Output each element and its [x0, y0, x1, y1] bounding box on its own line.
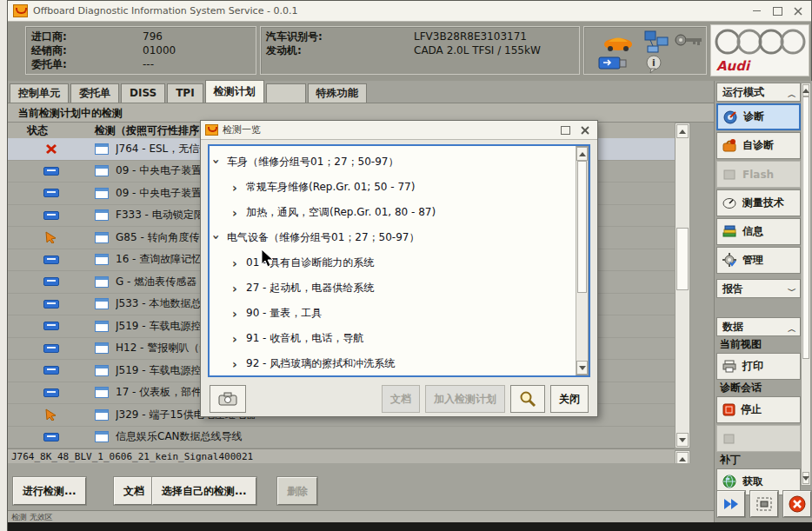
scrollbar-thumb[interactable]	[577, 161, 587, 293]
test-window-icon	[95, 365, 109, 376]
order-value: ---	[143, 57, 154, 71]
test-window-icon	[95, 298, 109, 309]
chevron-right-icon[interactable]	[232, 332, 241, 346]
test-window-icon	[95, 321, 109, 332]
exit-button[interactable]	[783, 491, 811, 517]
tree-item-general-body-repair[interactable]: 常规车身维修(Rep.Gr. 01; 50 - 77)	[213, 175, 573, 200]
minimize-icon[interactable]	[749, 4, 764, 18]
chevron-down-icon[interactable]	[213, 235, 223, 243]
dealer-label: 经销商:	[31, 43, 136, 57]
scroll-down-icon[interactable]	[802, 472, 809, 484]
sidebar-scrollbar[interactable]	[801, 83, 811, 486]
stop-button[interactable]: 停止	[716, 396, 801, 423]
chevron-right-icon[interactable]	[232, 181, 241, 195]
mode-diagnosis-button[interactable]: 诊断	[716, 103, 801, 130]
diagnosis-icon	[723, 110, 738, 124]
key-icon	[675, 32, 704, 48]
scroll-up-icon[interactable]	[676, 124, 689, 138]
dialog-documents-button: 文档	[382, 385, 420, 413]
tree-item-electrical[interactable]: 电气设备（维修分组号01；27；50-97）	[213, 225, 573, 250]
dialog-close-icon[interactable]	[577, 123, 593, 137]
scrollbar-thumb[interactable]	[802, 96, 809, 359]
connection-status-panel: i	[583, 26, 707, 75]
scrollbar-thumb[interactable]	[676, 228, 689, 290]
chevron-right-icon[interactable]	[232, 282, 241, 295]
mode-self-diagnosis-button[interactable]: 自诊断	[716, 132, 801, 159]
test-window-icon	[95, 409, 109, 421]
reports-section-header[interactable]: 报告 ﹀	[716, 279, 801, 298]
search-button[interactable]	[510, 385, 545, 413]
tree-item-90-gauges[interactable]: 90 - 量表，工具	[213, 301, 573, 326]
collapse-up-icon[interactable]: ︿	[788, 321, 796, 338]
stop-icon	[722, 403, 735, 416]
scroll-down-icon[interactable]	[676, 433, 689, 447]
run-test-button[interactable]: 进行检测...	[13, 477, 86, 505]
chevron-right-icon[interactable]	[232, 357, 241, 371]
dialog-maximize-icon[interactable]	[557, 123, 573, 137]
status-pending-icon	[43, 256, 59, 264]
selected-test-id: J764_8K_48_BLV_1_0606_21_kein_Signal4000…	[8, 448, 675, 463]
tab-tpi[interactable]: TPI	[167, 83, 203, 103]
scroll-up-icon[interactable]	[576, 147, 588, 161]
scroll-down-icon[interactable]	[576, 361, 588, 375]
chevron-right-icon[interactable]	[232, 206, 241, 220]
screenshot-button[interactable]	[750, 491, 778, 517]
tree-item-91-radio[interactable]: 91 - 收音机，电话，导航	[213, 326, 573, 351]
dialog-title-bar[interactable]: 检测一览	[201, 121, 597, 140]
documents-button[interactable]: 文档	[114, 477, 154, 505]
print-button[interactable]: 打印	[716, 353, 801, 380]
mode-information-button[interactable]: 信息	[716, 218, 801, 245]
mouse-cursor	[261, 249, 276, 269]
tab-control-units[interactable]: 控制单元	[10, 83, 69, 103]
dialog-close-button[interactable]: 关闭	[550, 385, 589, 413]
select-own-test-button[interactable]: 选择自己的检测...	[152, 477, 256, 505]
tab-bar: 控制单元 委托单 DISS TPI 检测计划 特殊功能	[8, 81, 714, 103]
expand-down-icon[interactable]: ﹀	[788, 282, 796, 300]
status-pending-icon	[43, 211, 59, 220]
status-pending-icon	[43, 277, 59, 286]
chevron-right-icon[interactable]	[232, 307, 241, 321]
flash-icon	[722, 167, 737, 182]
tab-test-plan[interactable]: 检测计划	[205, 80, 264, 103]
current-view-label: 当前视图	[715, 338, 801, 351]
network-connection-icon	[643, 30, 669, 53]
tab-diss[interactable]: DISS	[121, 83, 165, 103]
modes-section-header[interactable]: 运行模式 ︿	[716, 83, 801, 102]
mode-flash-button: Flash	[716, 161, 801, 188]
mode-admin-button[interactable]: 管理	[716, 247, 801, 274]
tab-special-functions[interactable]: 特殊功能	[308, 83, 367, 103]
patch-label: 补丁	[715, 454, 801, 467]
camera-button[interactable]	[210, 385, 246, 413]
camera-icon	[218, 392, 237, 406]
bottom-action-bar: 进行检测... 文档 选择自己的检测... 删除	[8, 463, 714, 510]
test-window-icon	[95, 143, 109, 155]
maximize-icon[interactable]	[769, 4, 785, 18]
collapse-up-icon[interactable]: ︿	[788, 86, 796, 103]
status-pending-icon	[43, 344, 59, 353]
chevron-right-icon[interactable]	[232, 256, 241, 270]
table-row[interactable]: 信息娱乐CAN数据总线导线	[8, 427, 675, 449]
audi-wordmark: Audi	[716, 58, 749, 74]
tab-blank[interactable]	[266, 83, 306, 103]
list-scrollbar[interactable]	[675, 123, 690, 448]
magnifier-icon	[519, 390, 536, 408]
data-section-header[interactable]: 数据 ︿	[716, 317, 801, 336]
scroll-up-icon[interactable]	[802, 84, 809, 96]
mode-measurement-button[interactable]: 测量技术	[716, 189, 801, 216]
test-window-icon	[95, 188, 109, 199]
dealer-value: 01000	[143, 43, 176, 57]
fast-forward-button[interactable]	[717, 491, 745, 517]
tree-scrollbar[interactable]	[576, 146, 589, 375]
tree-item-hvac[interactable]: 加热，通风，空调(Rep.Gr. 01, 80 - 87)	[213, 200, 573, 225]
status-pending-icon	[43, 322, 59, 330]
tab-order[interactable]: 委托单	[70, 83, 119, 103]
status-bar: 检测 无效区	[8, 510, 812, 522]
tree-item-body[interactable]: 车身（维修分组号01；27；50-97）	[213, 149, 573, 175]
tree-item-27-starter[interactable]: 27 - 起动机，电器供给系统	[213, 275, 573, 301]
status-manual-hand-icon	[44, 408, 58, 421]
tree-item-92-wiper[interactable]: 92 - 风挡玻璃的擦拭和冲洗系统	[213, 351, 573, 374]
chevron-down-icon[interactable]	[213, 159, 223, 168]
sidebar-footer	[715, 488, 811, 521]
status-fail-icon	[45, 143, 57, 155]
close-icon[interactable]	[790, 4, 806, 18]
